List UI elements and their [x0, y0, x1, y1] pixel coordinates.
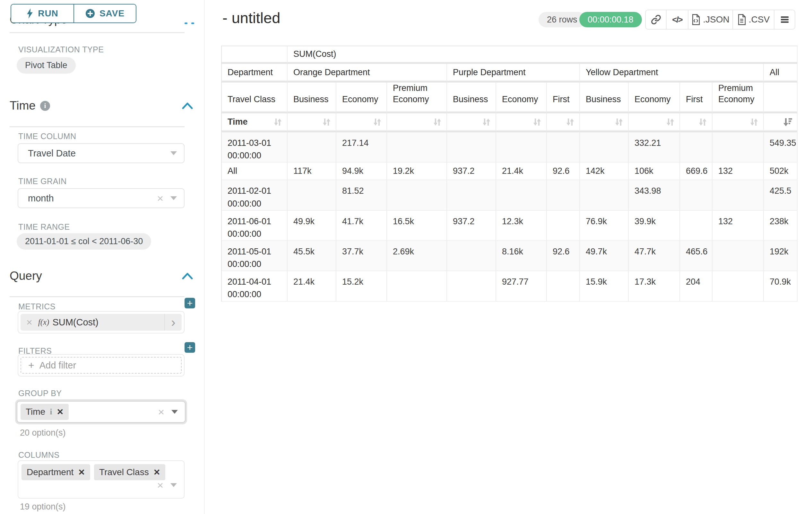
value-cell [288, 180, 336, 210]
remove-tag-icon[interactable]: ✕ [78, 467, 85, 477]
total-sort-cell-active[interactable] [764, 113, 798, 132]
chart-title[interactable]: - untitled [223, 9, 280, 27]
selected-option-tag[interactable]: Timei✕ [21, 404, 69, 420]
section-divider [10, 296, 184, 297]
table-row: 2011-02-0100:00:0081.52343.98425.5 [222, 180, 798, 210]
travel-class-axis-label: Travel Class [222, 83, 288, 113]
sort-arrows-icon[interactable] [532, 117, 542, 127]
row-header-cell: 2011-04-0100:00:00 [222, 271, 288, 301]
chevron-up-icon[interactable] [182, 102, 193, 109]
value-cell [288, 132, 336, 163]
value-cell: 332.21 [629, 132, 680, 163]
sort-arrows-icon[interactable] [432, 117, 442, 127]
save-button[interactable]: SAVE [74, 4, 136, 23]
department-axis-label: Department [222, 64, 288, 83]
time-section-title: Time [10, 99, 36, 112]
value-cell: 2.69k [387, 241, 447, 271]
plus-icon: + [28, 359, 34, 371]
value-cell: 142k [580, 163, 629, 180]
plus-circle-icon [85, 9, 95, 18]
sort-arrows-icon[interactable] [372, 117, 382, 127]
column-sort-cell[interactable] [629, 113, 680, 132]
sort-arrows-icon[interactable] [482, 117, 491, 127]
time-grain-value: month [18, 193, 54, 204]
metric-fx-icon: f(x) [38, 318, 50, 327]
travel-class-header: Premium Economy [387, 83, 447, 113]
export-toolbar: </> .JSON .CSV [645, 10, 795, 30]
value-cell: 132 [713, 211, 764, 241]
time-sort-cell[interactable]: Time [222, 113, 288, 132]
column-sort-cell[interactable] [580, 113, 629, 132]
sort-arrows-icon[interactable] [614, 117, 624, 127]
scroll-indicator-dot [191, 23, 194, 24]
table-row: 2011-05-0100:00:0045.5k37.7k2.69k8.16k92… [222, 241, 798, 271]
value-cell [547, 211, 580, 241]
info-circle-icon[interactable]: i [40, 101, 50, 111]
x-icon[interactable]: × [21, 317, 38, 328]
sort-arrows-icon[interactable] [273, 117, 283, 127]
column-sort-cell[interactable] [680, 113, 713, 132]
value-cell: 41.7k [336, 211, 387, 241]
value-cell [447, 271, 496, 301]
selected-option-tag[interactable]: Travel Class✕ [94, 464, 165, 480]
x-icon[interactable]: × [157, 480, 163, 491]
sort-arrows-icon[interactable] [665, 117, 675, 127]
x-icon[interactable]: × [158, 406, 164, 417]
travel-class-header: First [680, 83, 713, 113]
add-filter-button[interactable]: + Add filter [21, 357, 182, 374]
visualization-type-pill[interactable]: Pivot Table [17, 57, 76, 74]
department-group-header: All [764, 64, 798, 83]
more-options-menu-button[interactable] [774, 10, 795, 29]
embed-code-button[interactable]: </> [666, 10, 688, 29]
value-cell: 238k [764, 211, 798, 241]
remove-tag-icon[interactable]: ✕ [57, 407, 63, 417]
value-cell: 94.9k [336, 163, 387, 180]
x-icon[interactable]: × [157, 193, 163, 204]
column-sort-cell[interactable] [336, 113, 387, 132]
link-icon [651, 15, 661, 25]
group-by-label: GROUP BY [18, 389, 62, 398]
sort-descending-icon[interactable] [783, 117, 792, 127]
time-column-select[interactable]: Travel Date [18, 143, 184, 163]
sort-arrows-icon[interactable] [565, 117, 575, 127]
column-sort-cell[interactable] [288, 113, 336, 132]
add-filter-plus-button[interactable]: + [184, 342, 195, 353]
column-sort-cell[interactable] [547, 113, 580, 132]
query-timer-badge: 00:00:00.18 [579, 12, 642, 27]
column-sort-cell[interactable] [496, 113, 547, 132]
export-json-button[interactable]: .JSON [688, 10, 732, 29]
remove-tag-icon[interactable]: ✕ [153, 467, 161, 477]
row-header-cell: 2011-02-0100:00:00 [222, 180, 288, 210]
column-sort-cell[interactable] [713, 113, 764, 132]
sort-arrows-icon[interactable] [749, 117, 759, 127]
value-cell: 217.14 [336, 132, 387, 163]
metric-name: SUM(Cost) [52, 317, 98, 328]
chevron-up-icon[interactable] [182, 272, 193, 279]
info-icon[interactable]: i [50, 407, 52, 417]
caret-down-icon [170, 483, 177, 487]
share-link-button[interactable] [646, 10, 666, 29]
sort-arrows-icon[interactable] [698, 117, 707, 127]
time-section-heading: Time i [10, 99, 50, 112]
metric-header-cell: SUM(Cost) [288, 46, 798, 64]
lightning-bolt-icon [26, 8, 33, 19]
value-cell: 927.77 [496, 271, 547, 301]
metric-pill[interactable]: × f(x) SUM(Cost) › [21, 314, 182, 330]
selected-option-tag[interactable]: Department✕ [22, 464, 90, 480]
tag-label: Travel Class [99, 467, 149, 477]
add-metric-button[interactable]: + [184, 298, 195, 308]
travel-class-header: Business [447, 83, 496, 113]
time-grain-select[interactable]: month × [18, 188, 184, 208]
chevron-right-icon[interactable]: › [164, 314, 182, 330]
columns-select[interactable]: Department✕Travel Class✕ × [18, 460, 184, 498]
column-sort-cell[interactable] [387, 113, 447, 132]
run-button[interactable]: RUN [11, 4, 74, 23]
group-by-select[interactable]: Timei✕ × [17, 401, 185, 423]
value-cell: 425.5 [764, 180, 798, 210]
control-panel-sidebar: Chart Type RUN SAVE VISUALIZATION TYPE P… [0, 0, 204, 514]
column-sort-cell[interactable] [447, 113, 496, 132]
sort-arrows-icon[interactable] [322, 117, 331, 127]
value-cell: 106k [629, 163, 680, 180]
export-csv-button[interactable]: .CSV [732, 10, 774, 29]
time-range-pill[interactable]: 2011-01-01 ≤ col < 2011-06-30 [17, 233, 151, 250]
